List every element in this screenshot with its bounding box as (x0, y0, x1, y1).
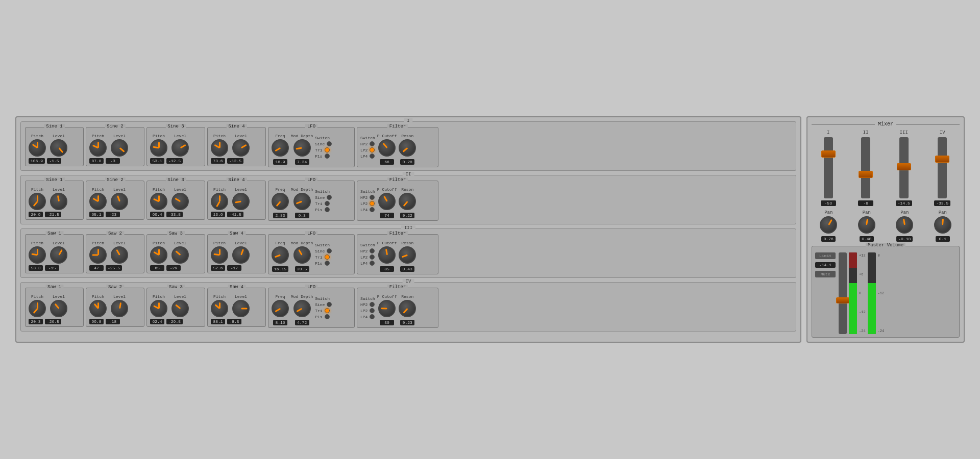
filter-sw-hp2-led-3[interactable] (370, 302, 375, 307)
filter-sw-lp2-led-2[interactable] (370, 254, 375, 260)
level-knob-2-0[interactable] (50, 246, 67, 264)
pitch-knob-3-0[interactable] (29, 300, 46, 317)
lfo-mod-knob-1[interactable] (293, 193, 311, 210)
level-knob-2-2[interactable] (172, 246, 189, 264)
level-knob-0-1[interactable] (111, 139, 128, 157)
lfo-sw-sine-led-1[interactable] (327, 195, 332, 200)
lfo-sw-sine-led-3[interactable] (327, 302, 332, 307)
pitch-knob-2-0[interactable] (29, 246, 46, 264)
filter-sw-hp2-led-2[interactable] (370, 248, 375, 253)
mixer-pan-col-3: Pan0.1 (934, 210, 951, 242)
level-knob-3-0[interactable] (50, 300, 67, 317)
mixer-pan-knob-0[interactable] (820, 216, 837, 234)
filter-sw-lp2-led-1[interactable] (370, 201, 375, 206)
lfo-freq-knob-3[interactable] (272, 300, 289, 317)
mixer-pan-knob-3[interactable] (934, 216, 951, 234)
filter-cutoff-knob-3[interactable] (378, 300, 396, 317)
level-knob-1-2[interactable] (172, 193, 189, 210)
lfo-sw-pls-led-1[interactable] (325, 207, 330, 212)
level-knob-3-1[interactable] (111, 300, 128, 317)
lfo-freq-knob-2[interactable] (272, 246, 289, 264)
lfo-freq-knob-1[interactable] (272, 193, 289, 210)
pitch-knob-1-2[interactable] (150, 193, 167, 210)
filter-sw-title-0: Switch (360, 136, 375, 140)
filter-cutoff-knob-2[interactable] (378, 246, 396, 264)
filter-sw-lp4-3: LP4 (360, 314, 375, 319)
pitch-knob-2-2[interactable] (150, 246, 167, 264)
pitch-knob-0-3[interactable] (211, 139, 228, 157)
lfo-sw-sine-led-0[interactable] (327, 141, 332, 146)
lfo-sw-pls-led-2[interactable] (325, 261, 330, 266)
lfo-sw-pls-led-3[interactable] (325, 314, 330, 319)
lfo-sw-tri-led-3[interactable] (325, 308, 330, 313)
filter-sw-hp2-1: HP2 (360, 195, 375, 200)
level-knob-1-3[interactable] (232, 193, 250, 210)
level-group-3-2: Level (172, 294, 189, 317)
pitch-knob-2-3[interactable] (211, 246, 228, 264)
pitch-knob-0-1[interactable] (89, 139, 107, 157)
lfo-sw-tri-led-1[interactable] (325, 201, 330, 206)
filter-sw-lp2-led-3[interactable] (370, 308, 375, 313)
level-knob-1-0[interactable] (50, 193, 67, 210)
filter-reson-knob-0[interactable] (399, 139, 416, 157)
pitch-knob-0-0[interactable] (29, 139, 46, 157)
level-val-3-1: -18 (106, 319, 120, 324)
mute-button[interactable]: Mute (815, 271, 836, 277)
level-knob-3-2[interactable] (172, 300, 189, 317)
filter-reson-knob-2[interactable] (399, 246, 416, 264)
mixer-ch-fader-handle-1[interactable] (859, 171, 873, 178)
filter-sw-lp4-led-0[interactable] (370, 154, 375, 159)
level-knob-2-1[interactable] (111, 246, 128, 264)
master-fader-handle[interactable] (836, 297, 849, 303)
mixer-ch-label-0: I (827, 130, 829, 135)
level-knob-2-3[interactable] (232, 246, 250, 264)
pitch-knob-1-0[interactable] (29, 193, 46, 210)
level-knob-0-0[interactable] (50, 139, 67, 157)
lfo-sw-sine-0: Sine (315, 141, 332, 146)
lfo-freq-val-0: 18.9 (273, 159, 287, 165)
lfo-sw-pls-led-0[interactable] (325, 154, 330, 159)
filter-cutoff-knob-1[interactable] (378, 193, 396, 210)
knob-row-2-1: PitchLevel (89, 241, 141, 264)
pitch-knob-3-2[interactable] (150, 300, 167, 317)
lfo-mod-knob-2[interactable] (293, 246, 311, 264)
filter-sw-lp4-led-1[interactable] (370, 207, 375, 212)
lfo-mod-knob-0[interactable] (293, 139, 311, 157)
lfo-freq-knob-0[interactable] (272, 139, 289, 157)
filter-reson-knob-1[interactable] (399, 193, 416, 210)
level-knob-0-2[interactable] (172, 139, 189, 157)
filter-sw-lp4-led-2[interactable] (370, 261, 375, 266)
filter-sw-hp2-led-0[interactable] (370, 141, 375, 146)
mixer-ch-fader-handle-0[interactable] (821, 150, 836, 158)
filter-sw-hp2-lbl-2: HP2 (360, 249, 368, 253)
pitch-group-3-0: Pitch (29, 294, 46, 317)
osc-block-0-1: Sine 2PitchLevel87.8-3 (86, 127, 144, 166)
filter-cutoff-knob-0[interactable] (378, 139, 396, 157)
level-knob-1-1[interactable] (111, 193, 128, 210)
lfo-sw-tri-led-0[interactable] (325, 147, 330, 152)
lfo-mod-knob-3[interactable] (293, 300, 311, 317)
mixer-ch-fader-handle-3[interactable] (935, 156, 949, 163)
pitch-knob-1-1[interactable] (89, 193, 107, 210)
mixer-pan-knob-1[interactable] (858, 216, 875, 234)
filter-sw-lp2-led-0[interactable] (370, 147, 375, 152)
pitch-val-3-2: 62.4 (150, 319, 164, 324)
filter-sw-hp2-led-1[interactable] (370, 195, 375, 200)
lfo-sw-sine-lbl-3: Sine (315, 302, 325, 307)
level-knob-0-3[interactable] (232, 139, 250, 157)
row-label-IV: IV (403, 279, 414, 284)
pitch-knob-0-2[interactable] (150, 139, 167, 157)
lfo-sw-tri-led-2[interactable] (325, 254, 330, 260)
pitch-knob-1-3[interactable] (211, 193, 228, 210)
filter-reson-knob-3[interactable] (399, 300, 416, 317)
mixer-ch-fader-handle-2[interactable] (897, 163, 911, 170)
pitch-knob-3-3[interactable] (211, 300, 228, 317)
level-label-2-0: Level (53, 241, 65, 245)
pitch-group-2-2: Pitch (150, 241, 167, 264)
pitch-knob-2-1[interactable] (89, 246, 107, 264)
lfo-sw-sine-led-2[interactable] (327, 248, 332, 253)
mixer-pan-knob-2[interactable] (896, 216, 913, 234)
level-knob-3-3[interactable] (232, 300, 250, 317)
filter-sw-lp4-led-3[interactable] (370, 314, 375, 319)
pitch-knob-3-1[interactable] (89, 300, 107, 317)
